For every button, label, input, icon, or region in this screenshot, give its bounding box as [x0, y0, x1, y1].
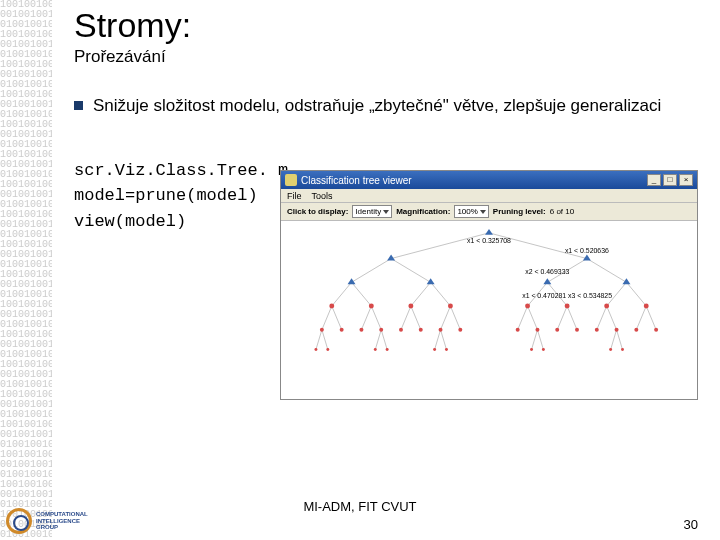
svg-line-19	[411, 306, 421, 330]
app-icon	[285, 174, 297, 186]
pruning-value: 6 of 10	[550, 207, 574, 216]
svg-line-25	[567, 306, 577, 330]
tree-svg: x1 < 0.325708 x1 < 0.520636 x2 < 0.46933…	[281, 221, 697, 399]
svg-line-9	[431, 282, 451, 306]
window-title: Classification tree viewer	[301, 175, 412, 186]
svg-point-71	[314, 348, 317, 351]
bullet-item: Snižuje složitost modelu, odstraňuje „zb…	[74, 95, 700, 118]
click-display-label: Click to display:	[287, 207, 348, 216]
svg-point-70	[654, 328, 658, 332]
bullet-text: Snižuje složitost modelu, odstraňuje „zb…	[93, 95, 661, 118]
svg-point-53	[604, 304, 609, 309]
svg-point-64	[535, 328, 539, 332]
svg-point-48	[369, 304, 374, 309]
svg-marker-42	[583, 255, 591, 261]
svg-point-72	[326, 348, 329, 351]
svg-line-28	[636, 306, 646, 330]
svg-marker-44	[427, 278, 435, 284]
svg-point-58	[379, 328, 383, 332]
svg-point-56	[340, 328, 344, 332]
svg-point-77	[530, 348, 533, 351]
svg-point-55	[320, 328, 324, 332]
svg-point-80	[621, 348, 624, 351]
svg-line-15	[332, 306, 342, 330]
svg-marker-40	[485, 229, 493, 235]
svg-point-54	[644, 304, 649, 309]
toolbar: Click to display: Identity Magnification…	[281, 203, 697, 221]
svg-point-73	[374, 348, 377, 351]
svg-point-61	[439, 328, 443, 332]
slide-subtitle: Prořezávání	[74, 47, 700, 67]
svg-point-67	[595, 328, 599, 332]
svg-line-8	[411, 282, 431, 306]
svg-line-26	[597, 306, 607, 330]
svg-line-20	[441, 306, 451, 330]
node-r2b: x2 < 0.469333	[525, 268, 569, 275]
svg-marker-41	[387, 255, 395, 261]
svg-point-57	[359, 328, 363, 332]
svg-line-18	[401, 306, 411, 330]
page-number: 30	[684, 517, 698, 532]
svg-line-27	[607, 306, 617, 330]
svg-line-6	[332, 282, 352, 306]
menu-file[interactable]: File	[287, 191, 302, 201]
svg-line-21	[450, 306, 460, 330]
svg-line-38	[611, 330, 617, 350]
svg-line-5	[587, 259, 627, 283]
svg-point-68	[615, 328, 619, 332]
bullet-square-icon	[74, 101, 83, 110]
svg-point-52	[565, 304, 570, 309]
svg-line-17	[371, 306, 381, 330]
tree-viewer-window: Classification tree viewer _ □ × File To…	[280, 170, 698, 400]
svg-line-34	[435, 330, 441, 350]
svg-line-3	[391, 259, 431, 283]
svg-point-79	[609, 348, 612, 351]
node-r3: x1 < 0.470281 x3 < 0.534825	[522, 292, 612, 299]
svg-marker-43	[348, 278, 356, 284]
svg-line-33	[381, 330, 387, 350]
svg-line-7	[352, 282, 372, 306]
svg-line-13	[626, 282, 646, 306]
svg-marker-45	[543, 278, 551, 284]
background-binary-pattern: 100100100 001001001 010010010 100100100 …	[0, 0, 52, 540]
maximize-button[interactable]: □	[663, 174, 677, 186]
svg-line-32	[375, 330, 381, 350]
magnification-select[interactable]: 100%	[454, 205, 488, 218]
logo-icon	[6, 508, 32, 534]
minimize-button[interactable]: _	[647, 174, 661, 186]
svg-line-14	[322, 306, 332, 330]
click-display-select[interactable]: Identity	[352, 205, 392, 218]
svg-line-16	[361, 306, 371, 330]
menu-tools[interactable]: Tools	[312, 191, 333, 201]
close-button[interactable]: ×	[679, 174, 693, 186]
tree-canvas: x1 < 0.325708 x1 < 0.520636 x2 < 0.46933…	[281, 221, 697, 399]
svg-line-22	[518, 306, 528, 330]
svg-point-51	[525, 304, 530, 309]
svg-line-24	[557, 306, 567, 330]
svg-point-76	[445, 348, 448, 351]
footer-text: MI-ADM, FIT CVUT	[0, 499, 720, 514]
svg-line-35	[441, 330, 447, 350]
svg-point-69	[634, 328, 638, 332]
node-root: x1 < 0.325708	[467, 237, 511, 244]
svg-point-60	[419, 328, 423, 332]
menu-bar: File Tools	[281, 189, 697, 203]
slide-title: Stromy:	[74, 6, 700, 45]
svg-point-59	[399, 328, 403, 332]
svg-point-47	[329, 304, 334, 309]
svg-marker-46	[623, 278, 631, 284]
svg-point-78	[542, 348, 545, 351]
svg-point-75	[433, 348, 436, 351]
svg-line-37	[537, 330, 543, 350]
logo-text: COMPUTATIONAL INTELLIGENCE GROUP	[36, 511, 88, 531]
svg-point-63	[516, 328, 520, 332]
pruning-label: Pruning level:	[493, 207, 546, 216]
svg-line-29	[646, 306, 656, 330]
svg-point-74	[386, 348, 389, 351]
svg-line-39	[617, 330, 623, 350]
node-r2a: x1 < 0.520636	[565, 247, 609, 254]
svg-line-30	[316, 330, 322, 350]
svg-line-31	[322, 330, 328, 350]
svg-point-62	[458, 328, 462, 332]
titlebar: Classification tree viewer _ □ ×	[281, 171, 697, 189]
